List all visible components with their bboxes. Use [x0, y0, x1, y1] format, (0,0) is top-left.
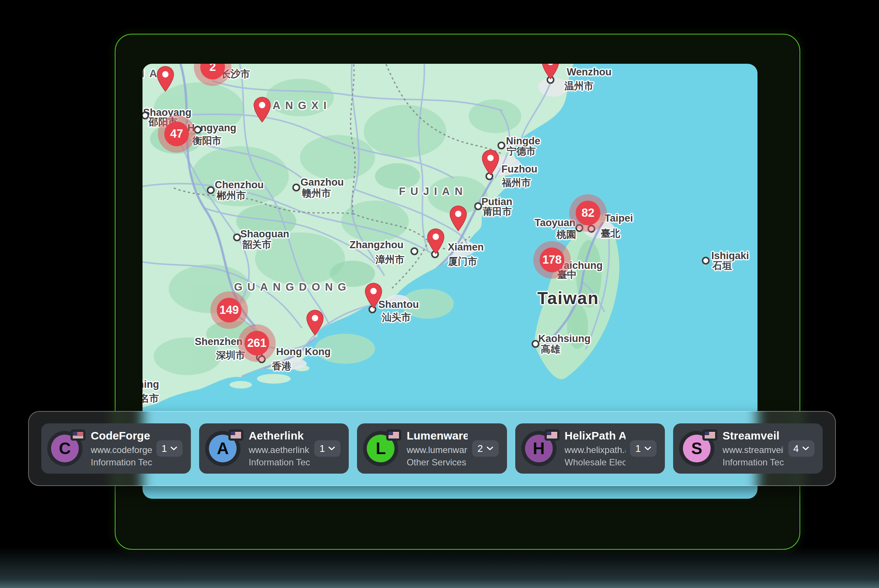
- map-province-label: FUJIAN: [399, 186, 468, 197]
- company-url[interactable]: www.streamveil.com: [723, 445, 784, 455]
- cluster-marker[interactable]: 149: [217, 298, 242, 322]
- city-dot-marker[interactable]: [233, 234, 241, 242]
- map-city-label-cn: 宁德市: [507, 146, 536, 156]
- location-pin-icon[interactable]: [450, 206, 467, 231]
- map-city-label-cn: 韶关市: [242, 240, 272, 249]
- map-city-label-cn: 长沙市: [221, 69, 250, 79]
- map-city-label: Taoyuan: [534, 218, 575, 228]
- location-count-dropdown[interactable]: 1: [156, 440, 183, 457]
- chevron-down-icon: [802, 446, 809, 451]
- chevron-down-icon: [170, 446, 177, 451]
- company-info: Lumenwarewww.lumenware.ioOther Services …: [406, 429, 468, 468]
- company-url[interactable]: www.lumenware.io: [406, 445, 468, 455]
- company-name: Streamveil: [723, 429, 784, 442]
- company-url[interactable]: www.helixpath.ai: [565, 445, 626, 455]
- city-dot-marker[interactable]: [292, 184, 300, 192]
- map-city-label-cn: 赣州市: [302, 188, 331, 198]
- company-name: HelixPath AI: [565, 429, 626, 442]
- city-dot-marker[interactable]: [474, 202, 482, 210]
- location-count-dropdown[interactable]: 1: [314, 440, 340, 457]
- map-city-label-cn: 莆田市: [483, 207, 512, 216]
- company-card-helixpath-ai[interactable]: HHelixPath AIwww.helixpath.aiWholesale E…: [515, 423, 665, 474]
- cluster-marker[interactable]: 261: [244, 331, 269, 356]
- city-dot-marker[interactable]: [411, 248, 418, 255]
- chevron-down-icon: [328, 446, 335, 451]
- map-city-label-cn: 福州市: [502, 178, 531, 188]
- cluster-marker[interactable]: 47: [164, 122, 189, 146]
- company-avatar: A: [205, 431, 240, 466]
- map-city-label-cn: 温州市: [564, 81, 594, 91]
- location-count-dropdown[interactable]: 4: [788, 440, 814, 457]
- company-avatar: L: [363, 431, 398, 466]
- map-city-label: Taipei: [604, 213, 633, 224]
- country-flag-badge: [70, 429, 86, 441]
- location-pin-icon[interactable]: [542, 64, 559, 80]
- map-city-label-cn: 茂名市: [142, 393, 159, 403]
- city-dot-marker[interactable]: [702, 257, 710, 265]
- company-info: HelixPath AIwww.helixpath.aiWholesale El…: [565, 429, 626, 468]
- location-pin-icon[interactable]: [157, 66, 174, 92]
- city-dot-marker[interactable]: [576, 224, 584, 232]
- map-city-label-cn: 厦门市: [448, 256, 477, 266]
- us-flag-icon: [547, 432, 557, 438]
- country-flag-badge: [386, 429, 401, 441]
- ambient-reflection: [0, 547, 879, 588]
- city-dot-marker[interactable]: [588, 225, 596, 233]
- map-city-label: Xiamen: [448, 242, 484, 252]
- company-card-aetherlink[interactable]: AAetherlinkwww.aetherlink…Information Te…: [199, 423, 349, 474]
- country-flag-badge: [702, 429, 717, 441]
- map-city-label-cn: 汕头市: [382, 312, 411, 322]
- company-card-lumenware[interactable]: LLumenwarewww.lumenware.ioOther Services…: [357, 423, 507, 474]
- cluster-marker[interactable]: 178: [540, 248, 564, 272]
- city-dot-marker[interactable]: [207, 186, 215, 194]
- location-count: 1: [162, 443, 167, 454]
- location-count: 1: [635, 443, 640, 454]
- us-flag-icon: [231, 432, 241, 438]
- company-card-codeforge[interactable]: CCodeForgewww.codeforge…Information Tec……: [41, 423, 191, 474]
- map-city-label: Zhangzhou: [350, 240, 404, 250]
- company-avatar: C: [47, 431, 82, 466]
- map-city-label-cn: 深圳市: [216, 350, 245, 360]
- company-card-streamveil[interactable]: SStreamveilwww.streamveil.comInformation…: [673, 423, 823, 474]
- location-pin-icon[interactable]: [365, 283, 382, 309]
- company-info: Aetherlinkwww.aetherlink…Information Tec…: [249, 429, 310, 468]
- location-pin-icon[interactable]: [254, 97, 271, 123]
- map-city-label: Shantou: [378, 300, 419, 310]
- map-city-label: Ningde: [506, 136, 540, 146]
- cluster-marker[interactable]: 82: [576, 201, 600, 225]
- map-city-label-cn: 臺北: [601, 228, 620, 238]
- location-pin-icon[interactable]: [427, 228, 444, 254]
- map-province-label: GUANGDONG: [234, 282, 351, 292]
- city-dot-marker[interactable]: [194, 126, 202, 134]
- map-city-label-cn: 漳州市: [375, 255, 405, 264]
- company-info: CodeForgewww.codeforge…Information Tec…: [91, 429, 152, 468]
- company-name: CodeForge: [91, 429, 152, 442]
- map-city-label: Wenzhou: [567, 67, 611, 77]
- location-pin-icon[interactable]: [306, 310, 324, 336]
- chevron-down-icon: [486, 446, 494, 451]
- city-dot-marker[interactable]: [258, 356, 266, 363]
- location-count-dropdown[interactable]: 1: [630, 440, 656, 457]
- company-industry: Information Tec…: [91, 457, 152, 468]
- us-flag-icon: [705, 432, 715, 438]
- us-flag-icon: [388, 432, 399, 438]
- company-industry: Wholesale Electronic…: [565, 457, 626, 468]
- city-dot-marker[interactable]: [498, 142, 506, 150]
- map-city-label: Ishigaki: [711, 251, 749, 261]
- company-avatar: H: [521, 431, 556, 466]
- location-pin-icon[interactable]: [482, 150, 499, 176]
- company-url[interactable]: www.aetherlink…: [249, 445, 310, 455]
- city-dot-marker[interactable]: [532, 340, 540, 348]
- location-count-dropdown[interactable]: 2: [472, 440, 498, 457]
- company-name: Lumenware: [406, 429, 468, 442]
- company-industry: Information Tec…: [249, 457, 310, 468]
- chevron-down-icon: [644, 446, 651, 451]
- map-city-label: Chenzhou: [215, 180, 264, 190]
- company-url[interactable]: www.codeforge…: [91, 445, 152, 455]
- map-city-label-cn: 臺中: [557, 270, 577, 279]
- map-city-label-cn: 高雄: [541, 344, 560, 354]
- map-city-label: Kaohsiung: [538, 334, 591, 344]
- location-count: 2: [477, 443, 483, 454]
- map-city-label-cn: 香港: [272, 361, 291, 371]
- map-city-label-cn: 桃園: [556, 230, 576, 239]
